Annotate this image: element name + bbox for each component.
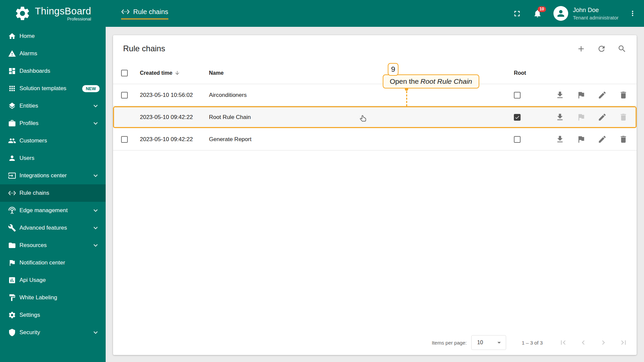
sidebar: Home Alarms Dashboards Solution template… <box>0 27 106 362</box>
created-time-cell: 2023-05-10 10:56:02 <box>140 92 193 99</box>
paginator: Items per page: 10 1 – 3 of 3 <box>113 330 637 355</box>
chevron-down-icon <box>92 224 100 232</box>
person-icon <box>8 154 16 162</box>
page-title: Rule chains <box>123 44 577 53</box>
tour-tooltip-target: Root Rule Chain <box>420 77 472 85</box>
prev-page-icon[interactable] <box>579 338 588 347</box>
page-size-value: 10 <box>477 340 483 346</box>
brand: ThingsBoard Professional <box>0 5 106 22</box>
edit-pencil-icon[interactable] <box>598 90 607 100</box>
page-range-label: 1 – 3 of 3 <box>522 340 543 346</box>
column-root: Root <box>514 70 555 76</box>
created-time-cell: 2023-05-10 09:42:22 <box>140 136 193 143</box>
sidebar-item-rule-chains[interactable]: Rule chains <box>0 184 106 202</box>
edit-pencil-icon[interactable] <box>598 135 607 144</box>
sidebar-item-settings[interactable]: Settings <box>0 306 106 324</box>
bar-chart-icon <box>8 276 16 284</box>
sidebar-item-label: Settings <box>19 312 40 318</box>
export-download-icon[interactable] <box>555 135 565 144</box>
sidebar-item-label: Users <box>19 155 34 162</box>
breadcrumb-label: Rule chains <box>133 8 168 16</box>
sidebar-item-solution-templates[interactable]: Solution templates NEW <box>0 80 106 97</box>
sidebar-item-users[interactable]: Users <box>0 149 106 167</box>
sidebar-item-home[interactable]: Home <box>0 27 106 45</box>
sort-desc-icon[interactable] <box>174 70 180 76</box>
user-name: John Doe <box>573 7 619 14</box>
tour-step-badge: 9 <box>388 63 398 76</box>
tour-tooltip: Open the Root Rule Chain <box>383 74 479 88</box>
make-root-flag-icon-disabled <box>577 113 586 122</box>
sidebar-item-dashboards[interactable]: Dashboards <box>0 62 106 80</box>
sidebar-item-white-labeling[interactable]: White Labeling <box>0 289 106 306</box>
sidebar-item-api-usage[interactable]: Api Usage <box>0 272 106 289</box>
table-row[interactable]: 2023-05-10 09:42:22 Generate Report <box>113 128 637 150</box>
sidebar-item-label: White Labeling <box>19 294 57 301</box>
main-content: Rule chains Created time Name Root 2023-… <box>106 27 644 362</box>
flag-icon <box>8 259 16 267</box>
root-checkbox[interactable] <box>514 92 521 99</box>
fullscreen-icon <box>513 9 522 18</box>
first-page-icon[interactable] <box>559 338 568 347</box>
more-vert-icon <box>629 9 637 17</box>
edit-pencil-icon[interactable] <box>598 113 607 122</box>
breadcrumb[interactable]: Rule chains <box>121 7 168 19</box>
thingsboard-logo-icon <box>14 5 31 22</box>
topbar: ThingsBoard Professional Rule chains 10 … <box>0 0 644 27</box>
delete-trash-icon[interactable] <box>619 135 628 144</box>
warning-icon <box>8 50 16 58</box>
entities-icon <box>8 102 16 110</box>
notification-badge: 10 <box>538 6 546 12</box>
column-created-time[interactable]: Created time <box>140 70 172 76</box>
table-row-root-rule-chain[interactable]: 2023-05-10 09:42:22 Root Rule Chain <box>113 106 637 128</box>
format-paint-icon <box>8 294 16 302</box>
dropdown-arrow-icon <box>495 339 503 347</box>
tools-icon <box>8 224 16 232</box>
apps-grid-icon <box>8 84 16 93</box>
sidebar-item-advanced-features[interactable]: Advanced features <box>0 219 106 237</box>
sidebar-item-edge-management[interactable]: Edge management <box>0 202 106 219</box>
page-size-select[interactable]: 10 <box>471 335 506 350</box>
last-page-icon[interactable] <box>619 338 628 347</box>
sidebar-item-alarms[interactable]: Alarms <box>0 45 106 62</box>
chevron-down-icon <box>92 328 100 337</box>
user-avatar-icon <box>556 8 566 18</box>
chevron-down-icon <box>92 119 100 127</box>
sidebar-item-customers[interactable]: Customers <box>0 132 106 149</box>
delete-trash-icon-disabled <box>619 113 628 122</box>
delete-trash-icon[interactable] <box>619 90 628 100</box>
sidebar-item-resources[interactable]: Resources <box>0 237 106 254</box>
refresh-icon[interactable] <box>597 44 606 53</box>
more-menu-button[interactable] <box>629 9 637 17</box>
sidebar-item-label: Solution templates <box>19 85 66 92</box>
select-all-checkbox[interactable] <box>121 70 128 76</box>
make-root-flag-icon[interactable] <box>577 90 586 100</box>
sidebar-item-label: Alarms <box>19 50 37 57</box>
root-checkbox[interactable] <box>514 136 521 143</box>
table-row[interactable]: 2023-05-10 10:56:02 Airconditioners <box>113 84 637 106</box>
sidebar-item-security[interactable]: Security <box>0 324 106 341</box>
chevron-down-icon <box>92 241 100 249</box>
export-download-icon[interactable] <box>555 90 565 100</box>
sidebar-item-notification-center[interactable]: Notification center <box>0 254 106 272</box>
sidebar-item-profiles[interactable]: Profiles <box>0 115 106 132</box>
rule-chain-icon <box>121 7 130 16</box>
sidebar-item-label: Rule chains <box>19 190 49 196</box>
sidebar-item-integrations-center[interactable]: Integrations center <box>0 167 106 184</box>
next-page-icon[interactable] <box>599 338 608 347</box>
integrations-icon <box>8 172 16 180</box>
search-icon[interactable] <box>618 44 627 53</box>
avatar[interactable] <box>553 6 568 21</box>
make-root-flag-icon[interactable] <box>577 135 586 144</box>
tour-line <box>406 91 407 106</box>
row-checkbox[interactable] <box>121 92 128 99</box>
sidebar-item-label: Advanced features <box>19 225 67 231</box>
sidebar-item-label: Integrations center <box>19 172 67 179</box>
sidebar-item-entities[interactable]: Entities <box>0 97 106 115</box>
sidebar-item-label: Profiles <box>19 120 39 127</box>
add-button-plus-icon[interactable] <box>577 44 586 53</box>
export-download-icon[interactable] <box>555 113 565 122</box>
fullscreen-button[interactable] <box>513 9 522 18</box>
notifications-button[interactable]: 10 <box>533 9 542 18</box>
row-checkbox[interactable] <box>121 136 128 143</box>
root-checkbox-checked[interactable] <box>514 114 521 121</box>
